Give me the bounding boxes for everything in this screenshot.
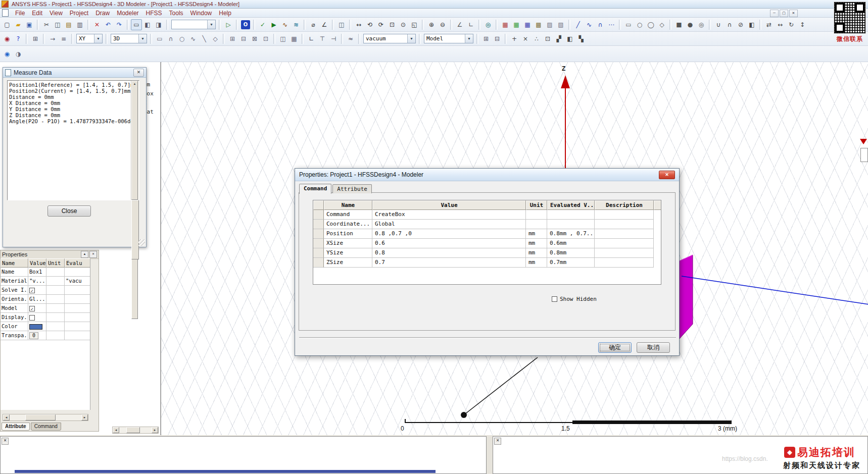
parameter-row[interactable]: Coordinate...Global	[313, 220, 661, 229]
draw-cylinder-icon[interactable]: ●	[685, 19, 696, 30]
scrollbar-thumb[interactable]	[126, 427, 140, 433]
material-display-icon[interactable]: ◑	[13, 48, 24, 60]
parameter-row[interactable]: ZSize0.7mm0.7mm	[313, 258, 661, 268]
grid-show-icon[interactable]: ▨	[544, 19, 555, 30]
duplicate-around-axis-icon[interactable]: ⊟	[238, 33, 249, 44]
chevron-down-icon[interactable]: ▼	[138, 34, 147, 43]
close-icon[interactable]: ✕	[89, 251, 97, 258]
rotate-ccw-icon[interactable]: ⟲	[364, 19, 375, 30]
scroll-up-icon[interactable]: ▲	[131, 81, 138, 200]
menu-hfss[interactable]: HFSS	[142, 9, 166, 17]
title-bar[interactable]: ANSYS HFSS - Project1 - HFSSDesign4 - 3D…	[0, 0, 868, 9]
property-row[interactable]: Model✓	[1, 304, 90, 313]
minimize-icon[interactable]: ─	[770, 10, 779, 17]
param-value[interactable]: 0.6	[372, 239, 526, 248]
mesh-tool-icon[interactable]: ▦	[288, 33, 300, 44]
menu-project[interactable]: Project	[66, 9, 92, 17]
chevron-down-icon[interactable]: ▼	[94, 34, 102, 43]
new-icon[interactable]: ▢	[2, 19, 13, 30]
measure-position-icon[interactable]: ∟	[306, 33, 317, 44]
measure-vertical-scrollbar[interactable]: ▲ ▼	[131, 81, 139, 200]
boundary-display-icon[interactable]: ◉	[2, 48, 13, 60]
select-face-icon[interactable]: ◧	[142, 19, 153, 30]
analyze-icon[interactable]: ▶	[268, 19, 279, 30]
render-mode-icon[interactable]: ◎	[483, 19, 494, 30]
solution-type-icon[interactable]: ◉	[2, 33, 13, 44]
close-icon[interactable]: ✕	[659, 171, 675, 179]
grid-plane-yz-icon[interactable]: ▦	[511, 19, 522, 30]
transparency-button[interactable]: 0	[29, 332, 38, 339]
object-type-combo[interactable]: Model▼	[424, 34, 473, 43]
close-icon[interactable]: ✕	[133, 69, 144, 77]
snap-point-dot[interactable]	[461, 412, 467, 418]
toggle-tree-icon[interactable]: ⊞	[30, 33, 41, 44]
measure-results-box[interactable]: Position1(Reference) = [1.4, 1.5, 0.7]mm…	[7, 80, 139, 200]
snap-face-icon[interactable]: ▚	[575, 33, 587, 44]
array-icon[interactable]: ⊡	[260, 33, 271, 44]
align-center-icon[interactable]: ×	[520, 33, 531, 44]
properties-dialog[interactable]: Properties: Project1 - HFSSDesign4 - Mod…	[295, 168, 680, 356]
draw-rect-tool-icon[interactable]: ▭	[154, 33, 165, 44]
unite-icon[interactable]: ∪	[713, 19, 724, 30]
zoom-window-icon[interactable]: ⊡	[387, 19, 398, 30]
sweep-icon[interactable]: ≈	[345, 33, 356, 44]
rotate-cw-icon[interactable]: ⟳	[375, 19, 387, 30]
draw-spline-icon[interactable]: ∿	[584, 19, 595, 30]
tree-horizontal-scrollbar[interactable]: ◄ ►	[112, 427, 159, 434]
duplicate-along-line-icon[interactable]: ⊞	[227, 33, 238, 44]
surface-tool-icon[interactable]: ◫	[277, 33, 288, 44]
checkbox-icon[interactable]: ✓	[29, 306, 35, 311]
parameter-row[interactable]: CommandCreateBox	[313, 210, 661, 220]
draw-segment-tool-icon[interactable]: ╲	[199, 33, 210, 44]
property-row[interactable]: Orienta...Gl...	[1, 295, 90, 304]
property-row[interactable]: Solve I...✓	[1, 286, 90, 295]
ok-button[interactable]: 确定	[598, 342, 632, 353]
scrollbar-thumb[interactable]	[131, 200, 139, 259]
measure-angle-icon[interactable]: ∠	[319, 19, 330, 30]
resize-grip[interactable]	[138, 239, 145, 246]
intersect-icon[interactable]: ∩	[724, 19, 735, 30]
draw-rectangle-icon[interactable]: ▭	[623, 19, 634, 30]
close-icon[interactable]: ✕	[2, 438, 9, 445]
scroll-right-icon[interactable]: ►	[152, 427, 158, 433]
plane-combo[interactable]: XY▼	[76, 34, 103, 43]
parameter-row[interactable]: XSize0.6mm0.6mm	[313, 239, 661, 248]
scrollbar-track[interactable]	[119, 427, 152, 433]
results-icon[interactable]: ∿	[279, 19, 291, 30]
subtract-icon[interactable]: ⊘	[735, 19, 746, 30]
property-row[interactable]: NameBox1	[1, 268, 90, 277]
checkbox-icon[interactable]: ✓	[29, 288, 35, 293]
collapse-icon[interactable]: ▲	[81, 251, 88, 258]
close-icon[interactable]: ✕	[494, 438, 501, 445]
draw-arc-icon[interactable]: ∩	[595, 19, 606, 30]
run-script-icon[interactable]: ▷	[223, 19, 234, 30]
draw-sphere-icon[interactable]: ◎	[696, 19, 707, 30]
menu-file[interactable]: File	[12, 9, 28, 17]
menu-view[interactable]: View	[46, 9, 66, 17]
menu-help[interactable]: Help	[215, 9, 235, 17]
grid-snap-icon[interactable]: ▩	[533, 19, 544, 30]
rotate-object-icon[interactable]: ↻	[786, 19, 797, 30]
show-hidden-checkbox[interactable]: Show Hidden	[552, 296, 597, 302]
grid-plane-xz-icon[interactable]: ▦	[522, 19, 533, 30]
color-swatch[interactable]	[29, 324, 42, 330]
menu-modeler[interactable]: Modeler	[113, 9, 142, 17]
align-left-icon[interactable]: +	[509, 33, 520, 44]
paste-icon[interactable]: ▤	[63, 19, 74, 30]
parameter-row[interactable]: Position0.8 ,0.7 ,0mm0.8mm , 0.7...	[313, 229, 661, 239]
measure-edge-icon[interactable]: ⊤	[317, 33, 328, 44]
draw-spline-tool-icon[interactable]: ∿	[187, 33, 199, 44]
drawing-mode-combo[interactable]: 3D▼	[111, 34, 147, 43]
zoom-out-icon[interactable]: ⊖	[437, 19, 448, 30]
scrollbar-track[interactable]	[10, 414, 81, 420]
dialog-titlebar[interactable]: Properties: Project1 - HFSSDesign4 - Mod…	[295, 169, 679, 181]
draw-ellipse-icon[interactable]: ○	[634, 19, 645, 30]
tab-command[interactable]: Command	[299, 184, 331, 194]
measure-face-icon[interactable]: ⊣	[328, 33, 339, 44]
properties-panel-header[interactable]: Properties ▲ ✕	[1, 250, 99, 259]
cancel-button[interactable]: 取消	[637, 342, 670, 353]
cut-icon[interactable]: ✂	[41, 19, 52, 30]
draw-polygon-tool-icon[interactable]: ◇	[210, 33, 221, 44]
context-help-icon[interactable]: ?	[13, 33, 24, 44]
checkbox-icon[interactable]	[552, 296, 557, 302]
